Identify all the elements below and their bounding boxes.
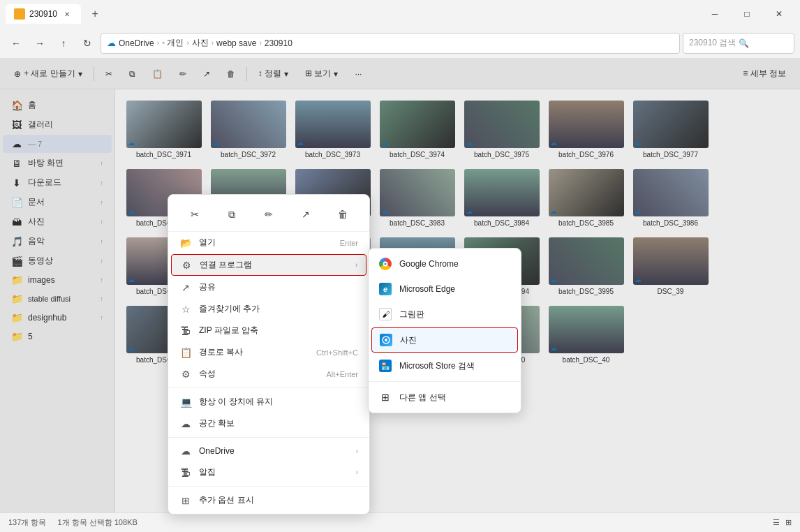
window-tab[interactable]: 230910 ✕ [6,4,81,24]
sort-button[interactable]: ↕ 정렬 ▾ [253,65,294,82]
sidebar-item-desktop[interactable]: 🖥 바탕 화면 ↑ [3,154,112,172]
ctx-freespace-label: 공간 확보 [199,418,235,429]
ctx-zip-item[interactable]: 🗜 ZIP 파일로 압축 [168,320,369,341]
cut-button[interactable]: ✂ [100,66,118,82]
file-item[interactable]: ☁batch_DSC_3973 [292,98,373,162]
minimize-button[interactable]: ─ [699,3,730,25]
file-item[interactable]: ☁batch_DSC_3972 [208,98,288,162]
ctx-rename-button[interactable]: ✏ [258,203,280,226]
address-bar[interactable]: ☁ OneDrive › - 개인 › 사진 › webp save › 230… [101,33,680,54]
more-button[interactable]: ··· [349,66,367,82]
file-item[interactable]: ☁batch_DSC_3985 [546,166,626,230]
submenu-photos-item[interactable]: 사진 [371,327,518,353]
view-button[interactable]: ⊞ 보기 ▾ [299,65,343,82]
sidebar-item-images[interactable]: 📁 images ↑ [3,271,112,289]
submenu-chrome-item[interactable]: Google Chrome [369,251,521,276]
onedrive-sync-icon: ☁ [550,344,557,352]
details-label: ≡ 세부 정보 [743,68,786,80]
ctx-onedrive-item[interactable]: ☁ OneDrive › [168,441,369,461]
forward-button[interactable]: → [29,33,50,54]
file-name: batch_DSC_3974 [380,150,454,159]
back-button[interactable]: ← [6,33,27,54]
search-placeholder: 230910 검색 [689,37,736,49]
submenu-other-item[interactable]: ⊞ 다른 앱 선택 [369,385,521,410]
file-item[interactable]: ☁DSC_39 [630,235,711,299]
breadcrumb-sep-2: › [186,39,188,47]
copy-button[interactable]: ⧉ [124,66,141,82]
search-box[interactable]: 230910 검색 🔍 [683,33,794,54]
ctx-copy-button[interactable]: ⧉ [221,203,243,226]
ctx-openwith-arrow: › [355,261,357,269]
tab-close-button[interactable]: ✕ [61,8,73,20]
sidebar-item-downloads[interactable]: ⬇ 다운로드 ↑ [3,173,112,192]
ctx-properties-item[interactable]: ⚙ 속성 Alt+Enter [168,363,369,385]
file-name: batch_DSC_3983 [380,219,454,228]
sidebar-label-stable: stable diffusi [28,295,71,303]
paste-button[interactable]: 📋 [147,66,168,82]
tab-title: 230910 [29,9,57,19]
ctx-share2-item[interactable]: ↗ 공유 [168,276,369,298]
photos-icon: 🏔 [11,216,22,228]
details-button[interactable]: ≡ 세부 정보 [737,65,792,82]
file-item[interactable]: ☁batch_DSC_40 [546,303,626,367]
ctx-freespace-item[interactable]: ☁ 공간 확보 [168,413,369,434]
file-item[interactable]: ☁batch_DSC_3983 [377,166,457,230]
ctx-moreoptions-item[interactable]: ⊞ 추가 옵션 표시 [168,489,369,511]
ctx-copypath-label: 경로로 복사 [199,346,243,358]
svg-point-1 [385,339,387,341]
submenu-openwith: Google Chrome e Microsoft Edge 🖌 그림판 [368,248,521,413]
ctx-favorites-item[interactable]: ☆ 즐겨찾기에 추가 [168,298,369,320]
breadcrumb-folder: 230910 [265,38,292,48]
sidebar-item-cloud[interactable]: ☁ — 7 [3,135,112,153]
ctx-share-button[interactable]: ↗ [295,203,317,226]
downloads-pin: ↑ [101,179,104,186]
maximize-button[interactable]: □ [732,3,762,25]
submenu-paint-item[interactable]: 🖌 그림판 [369,302,521,327]
sidebar-item-designhub[interactable]: 📁 designhub ↑ [3,309,112,327]
ctx-cut-button[interactable]: ✂ [184,203,206,226]
sidebar-item-home[interactable]: 🏠 홈 [3,96,112,114]
delete-button[interactable]: 🗑 [221,66,241,82]
sidebar-item-gallery[interactable]: 🖼 갤러리 [3,115,112,134]
sidebar-item-stable[interactable]: 📁 stable diffusi ↑ [3,290,112,308]
refresh-button[interactable]: ↻ [77,33,98,54]
submenu-store-item[interactable]: 🏪 Microsoft Store 검색 [369,353,521,378]
file-item[interactable]: ☁batch_DSC_3984 [461,166,542,230]
rename-button[interactable]: ✏ [174,66,192,82]
sidebar-item-music[interactable]: 🎵 음악 ↑ [3,232,112,251]
new-button[interactable]: ⊕ + 새로 만들기 ▾ [8,65,88,82]
up-button[interactable]: ↑ [53,33,74,54]
navigation-toolbar: ← → ↑ ↻ ☁ OneDrive › - 개인 › 사진 › webp sa… [0,28,800,59]
sidebar-item-photos[interactable]: 🏔 사진 ↑ [3,212,112,231]
file-item[interactable]: ☁batch_DSC_3975 [461,98,542,162]
ctx-alzip-item[interactable]: 🗜 알집 › [168,461,369,483]
file-item[interactable]: ☁batch_DSC_3971 [124,98,204,162]
new-label: + 새로 만들기 [24,68,75,80]
selected-info: 1개 항목 선택함 108KB [57,517,137,528]
sidebar-item-documents[interactable]: 📄 문서 ↑ [3,193,112,212]
ctx-openwith-label: 연결 프로그램 [200,259,252,271]
list-view-icon[interactable]: ☰ [773,518,780,527]
close-button[interactable]: ✕ [764,3,794,25]
ctx-open-item[interactable]: 📂 열기 Enter [168,232,369,253]
ctx-copypath-item[interactable]: 📋 경로로 복사 Ctrl+Shift+C [168,341,369,363]
onedrive-sync-icon: ☁ [550,207,557,215]
file-item[interactable]: ☁batch_DSC_3976 [546,98,626,162]
onedrive-sync-icon: ☁ [297,139,304,147]
file-item[interactable]: ☁batch_DSC_3986 [630,166,711,230]
sidebar-item-five[interactable]: 📁 5 [3,327,112,346]
grid-view-icon[interactable]: ⊞ [785,518,792,527]
submenu-photos-label: 사진 [400,334,417,346]
ctx-keepdevice-item[interactable]: 💻 항상 이 장치에 유지 [168,391,369,413]
ctx-delete-button[interactable]: 🗑 [332,203,354,226]
images-folder-icon: 📁 [11,274,22,286]
new-tab-button[interactable]: + [85,4,105,24]
ctx-openwith-item[interactable]: ⚙ 연결 프로그램 › [171,254,366,276]
sidebar-item-videos[interactable]: 🎬 동영상 ↑ [3,251,112,270]
file-item[interactable]: ☁batch_DSC_3974 [377,98,457,162]
ctx-onedrive-icon: ☁ [179,445,192,457]
file-item[interactable]: ☁batch_DSC_3995 [546,235,626,299]
submenu-edge-item[interactable]: e Microsoft Edge [369,276,521,302]
file-item[interactable]: ☁batch_DSC_3977 [630,98,711,162]
share-button[interactable]: ↗ [198,66,216,82]
